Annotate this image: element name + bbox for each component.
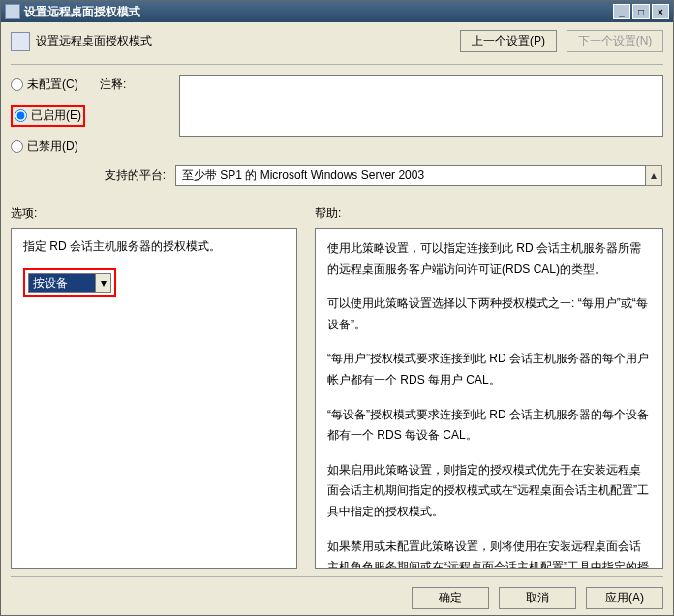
platform-scroll-up-icon[interactable]: ▴ xyxy=(646,165,662,186)
config-area: 未配置(C) 已启用(E) 已禁用(D) 注释: xyxy=(11,75,663,155)
license-mode-select[interactable]: 按设备 ▾ xyxy=(28,273,111,293)
separator xyxy=(11,64,663,65)
radio-not-configured[interactable]: 未配置(C) xyxy=(11,77,98,93)
page-title: 设置远程桌面授权模式 xyxy=(36,33,152,49)
app-icon xyxy=(5,4,20,19)
panel-headers: 选项: 帮助: xyxy=(11,205,663,222)
options-header: 选项: xyxy=(11,205,297,222)
help-p5: 如果启用此策略设置，则指定的授权模式优先于在安装远程桌面会话主机期间指定的授权模… xyxy=(327,460,651,523)
radio-disabled[interactable]: 已禁用(D) xyxy=(11,139,98,155)
apply-button[interactable]: 应用(A) xyxy=(586,587,663,609)
help-p6: 如果禁用或未配置此策略设置，则将使用在安装远程桌面会话主机角色服务期间或在“远程… xyxy=(327,537,651,569)
page-icon xyxy=(11,32,30,51)
platform-text: 至少带 SP1 的 Microsoft Windows Server 2003 xyxy=(175,165,646,186)
client-area: 设置远程桌面授权模式 上一个设置(P) 下一个设置(N) 未配置(C) 已启用(… xyxy=(1,22,673,616)
comment-textarea[interactable] xyxy=(179,75,663,137)
radio-enabled-label: 已启用(E) xyxy=(31,108,81,124)
options-panel: 指定 RD 会话主机服务器的授权模式。 按设备 ▾ xyxy=(11,228,297,569)
prev-setting-button[interactable]: 上一个设置(P) xyxy=(460,30,557,52)
window-title: 设置远程桌面授权模式 xyxy=(24,4,140,20)
help-p2: 可以使用此策略设置选择以下两种授权模式之一: “每用户”或“每设备”。 xyxy=(327,293,651,335)
help-p4: “每设备”授权模式要求连接到此 RD 会话主机服务器的每个设备都有一个 RDS … xyxy=(327,405,651,447)
maximize-button[interactable]: □ xyxy=(632,4,650,19)
titlebar: 设置远程桌面授权模式 _ □ × xyxy=(1,1,673,22)
radio-not-configured-input[interactable] xyxy=(11,78,23,91)
minimize-button[interactable]: _ xyxy=(613,4,630,19)
help-panel[interactable]: 使用此策略设置，可以指定连接到此 RD 会话主机服务器所需的远程桌面服务客户端访… xyxy=(315,228,663,569)
close-button[interactable]: × xyxy=(652,4,669,19)
radio-group: 未配置(C) 已启用(E) 已禁用(D) xyxy=(11,75,98,155)
help-p1: 使用此策略设置，可以指定连接到此 RD 会话主机服务器所需的远程桌面服务客户端访… xyxy=(327,238,651,280)
radio-enabled-input[interactable] xyxy=(15,109,27,122)
radio-not-configured-label: 未配置(C) xyxy=(27,77,78,93)
ok-button[interactable]: 确定 xyxy=(412,587,489,609)
radio-enabled[interactable]: 已启用(E) xyxy=(15,108,81,124)
next-setting-button[interactable]: 下一个设置(N) xyxy=(567,30,663,52)
radio-disabled-label: 已禁用(D) xyxy=(27,139,78,155)
options-desc: 指定 RD 会话主机服务器的授权模式。 xyxy=(23,238,285,255)
radio-disabled-input[interactable] xyxy=(11,140,23,153)
panels: 指定 RD 会话主机服务器的授权模式。 按设备 ▾ 使用此策略设置，可以指定连接… xyxy=(11,228,663,569)
help-p3: “每用户”授权模式要求连接到此 RD 会话主机服务器的每个用户帐户都有一个 RD… xyxy=(327,349,651,390)
cancel-button[interactable]: 取消 xyxy=(499,587,576,609)
chevron-down-icon[interactable]: ▾ xyxy=(95,274,110,292)
comment-label: 注释: xyxy=(100,75,177,93)
help-header: 帮助: xyxy=(315,205,663,222)
license-mode-value: 按设备 xyxy=(29,274,95,292)
button-bar: 确定 取消 应用(A) xyxy=(11,576,663,609)
platform-row: 支持的平台: 至少带 SP1 的 Microsoft Windows Serve… xyxy=(11,165,663,186)
platform-label: 支持的平台: xyxy=(11,168,175,184)
header-row: 设置远程桌面授权模式 上一个设置(P) 下一个设置(N) xyxy=(11,30,663,52)
